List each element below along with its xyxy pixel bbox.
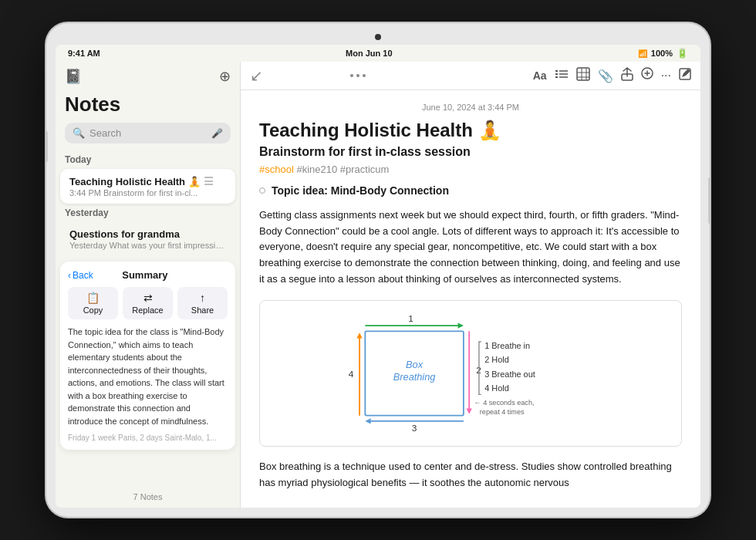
ai-replace-button[interactable]: ⇄ Replace: [123, 287, 173, 319]
main-area: 📓 ⊕ Notes 🔍 Search 🎤 Today Teaching Holi…: [56, 62, 700, 508]
ai-summary-text: The topic idea for the class is "Mind-Bo…: [68, 326, 228, 427]
status-date: Mon Jun 10: [346, 49, 393, 58]
search-bar[interactable]: 🔍 Search 🎤: [65, 123, 231, 143]
svg-marker-25: [356, 332, 362, 338]
section-header-today: Today: [56, 151, 240, 168]
status-time-date: 9:41 AM: [68, 49, 100, 58]
ai-actions: 📋 Copy ⇄ Replace ↑ Share: [68, 287, 228, 319]
dot-2: [356, 74, 359, 77]
svg-text:3: 3: [412, 422, 417, 433]
note-item-preview: 3:44 PM Brainstorm for first in-cl...: [69, 188, 226, 197]
svg-text:1: 1: [408, 313, 413, 324]
svg-rect-2: [555, 73, 558, 75]
search-placeholder: Search: [89, 127, 121, 139]
topic-section-title: Topic idea: Mind-Body Connection: [272, 184, 449, 197]
footer-note: Friday 1 week Paris, 2 days Saint-Malo, …: [68, 434, 228, 442]
format-text-icon[interactable]: Aa: [533, 69, 547, 82]
ai-share-button[interactable]: ↑ Share: [177, 287, 228, 319]
book-icon[interactable]: 📓: [65, 68, 82, 85]
svg-rect-6: [577, 68, 589, 80]
attachment-icon[interactable]: 📎: [598, 69, 613, 83]
share-icon-small: ↑: [181, 292, 224, 304]
breathing-diagram: 1 2 3 4: [259, 300, 682, 447]
table-icon[interactable]: [576, 67, 590, 84]
checklist-icon[interactable]: [555, 67, 569, 84]
svg-text:Breathing: Breathing: [393, 371, 436, 383]
svg-text:Box: Box: [406, 358, 424, 370]
svg-marker-19: [467, 408, 472, 413]
svg-text:← 4 seconds each,: ← 4 seconds each,: [474, 399, 535, 407]
notes-count: 7 Notes: [56, 486, 240, 508]
sidebar: 📓 ⊕ Notes 🔍 Search 🎤 Today Teaching Holi…: [56, 62, 241, 508]
note-toolbar: ↙ Aa 📎: [241, 62, 700, 90]
copy-icon: 📋: [71, 292, 115, 304]
svg-marker-22: [365, 418, 370, 424]
tag-practicum[interactable]: #practicum: [340, 164, 390, 175]
sidebar-title: Notes: [56, 89, 240, 123]
ai-copy-button[interactable]: 📋 Copy: [68, 287, 118, 319]
note-tags: #school #kine210 #practicum: [259, 164, 682, 175]
status-bar: 9:41 AM Mon Jun 10 📶 100% 🔋: [56, 45, 700, 62]
toolbar-dots: [350, 74, 366, 77]
note-content: June 10, 2024 at 3:44 PM Teaching Holist…: [241, 90, 700, 508]
bullet-point: [259, 187, 265, 194]
battery-icon: 🔋: [677, 48, 688, 59]
note-body-text: Getting class assignments next week but …: [259, 208, 682, 288]
ai-panel: ‹ Back Summary 📋 Copy ⇄ Repla: [60, 262, 235, 450]
ipad-frame: 9:41 AM Mon Jun 10 📶 100% 🔋 📓 ⊕ Notes 🔍 …: [46, 23, 710, 517]
svg-text:repeat 4 times: repeat 4 times: [480, 408, 525, 416]
back-arrow-icon[interactable]: ↙: [250, 66, 263, 85]
svg-text:3  Breathe out: 3 Breathe out: [484, 369, 535, 378]
tag-kine210[interactable]: #kine210: [296, 164, 339, 175]
note-item-grandma[interactable]: Questions for grandma Yesterday What was…: [60, 222, 235, 256]
svg-text:4: 4: [349, 368, 354, 379]
note-item-holistic[interactable]: Teaching Holistic Health 🧘 ☰ 3:44 PM Bra…: [60, 169, 235, 204]
svg-rect-0: [555, 70, 558, 72]
note-body-bottom: Box breathing is a technique used to cen…: [259, 459, 682, 491]
note-item-grandma-title: Questions for grandma: [69, 228, 226, 240]
chevron-left-icon: ‹: [68, 270, 71, 281]
ellipsis-icon[interactable]: ···: [661, 69, 671, 83]
svg-marker-16: [458, 322, 464, 328]
dot-1: [350, 74, 353, 77]
dot-3: [363, 74, 366, 77]
share-icon[interactable]: [621, 67, 633, 84]
svg-text:4  Hold: 4 Hold: [484, 383, 509, 393]
more-button[interactable]: ⊕: [219, 68, 231, 85]
power-button: [708, 177, 710, 224]
tag-school[interactable]: #school: [259, 164, 294, 175]
replace-icon: ⇄: [126, 292, 170, 304]
toolbar-left: ↙: [250, 66, 263, 85]
ai-panel-title: Summary: [122, 269, 167, 281]
note-date: June 10, 2024 at 3:44 PM: [259, 103, 682, 112]
note-main: ↙ Aa 📎: [241, 62, 700, 508]
svg-text:2  Hold: 2 Hold: [484, 355, 509, 364]
ipad-screen: 9:41 AM Mon Jun 10 📶 100% 🔋 📓 ⊕ Notes 🔍 …: [56, 45, 700, 508]
search-icon: 🔍: [73, 127, 85, 139]
section-header-yesterday: Yesterday: [56, 204, 240, 221]
note-lines-icon: ☰: [204, 175, 214, 187]
note-subtitle: Brainstorm for first in-class session: [259, 145, 682, 159]
svg-text:1  Breathe in: 1 Breathe in: [484, 341, 530, 350]
sidebar-header: 📓 ⊕: [56, 62, 240, 89]
toolbar-right: Aa 📎 ···: [533, 67, 691, 84]
front-camera: [375, 34, 381, 40]
ai-back-button[interactable]: ‹ Back: [68, 270, 93, 281]
markup-icon[interactable]: [641, 67, 653, 84]
ai-panel-header: ‹ Back Summary: [68, 269, 228, 281]
note-title: Teaching Holistic Health 🧘: [259, 120, 682, 142]
wifi-icon: 📶: [638, 49, 647, 58]
volume-button: [46, 131, 48, 162]
compose-icon[interactable]: [679, 68, 691, 83]
mic-icon[interactable]: 🎤: [211, 128, 223, 139]
battery-level: 100%: [651, 49, 673, 58]
svg-rect-4: [555, 76, 558, 78]
note-item-title: Teaching Holistic Health 🧘 ☰: [69, 175, 226, 187]
note-item-grandma-preview: Yesterday What was your first impression…: [69, 241, 226, 250]
